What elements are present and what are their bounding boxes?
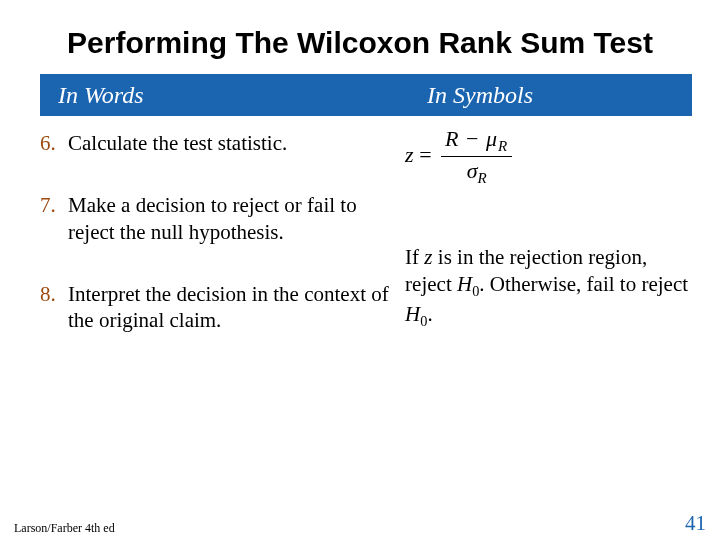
footer: Larson/Farber 4th ed 41 xyxy=(14,511,706,536)
steps-list: 6. Calculate the test statistic. 7. Make… xyxy=(40,130,391,333)
formula-mu-sub: R xyxy=(498,138,508,154)
step-number: 6. xyxy=(40,130,68,156)
formula-minus: − xyxy=(460,126,486,151)
decision-rule-text: If z is in the rejection region, reject … xyxy=(405,244,692,331)
formula-R: R xyxy=(445,126,459,151)
column-header-bar: In Words In Symbols xyxy=(40,74,692,116)
step-number: 7. xyxy=(40,192,68,245)
txt-H1: H xyxy=(457,272,472,296)
list-item: 7. Make a decision to reject or fail to … xyxy=(40,192,391,245)
slide: Performing The Wilcoxon Rank Sum Test In… xyxy=(0,0,720,540)
header-in-symbols: In Symbols xyxy=(423,82,692,109)
list-item: 8. Interpret the decision in the context… xyxy=(40,281,391,334)
formula-mu: μ xyxy=(486,126,498,151)
formula-denominator: σR xyxy=(441,157,512,187)
formula-equals: = xyxy=(414,142,437,167)
formula-z: z xyxy=(405,142,414,167)
formula-sigma-sub: R xyxy=(477,171,486,187)
txt-pre: If xyxy=(405,245,424,269)
z-formula: z = R − μR σR xyxy=(405,126,692,188)
formula-sigma: σ xyxy=(467,158,478,183)
txt-after2: . xyxy=(427,302,432,326)
symbols-column: z = R − μR σR If z is in the rejection r… xyxy=(405,130,692,369)
list-item: 6. Calculate the test statistic. xyxy=(40,130,391,156)
step-text: Interpret the decision in the context of… xyxy=(68,281,391,334)
step-number: 8. xyxy=(40,281,68,334)
footer-source: Larson/Farber 4th ed xyxy=(14,521,115,536)
page-number: 41 xyxy=(685,511,706,536)
formula-numerator: R − μR xyxy=(441,126,512,157)
step-text: Calculate the test statistic. xyxy=(68,130,391,156)
txt-after1: . Otherwise, fail to reject xyxy=(479,272,688,296)
txt-H2: H xyxy=(405,302,420,326)
formula-fraction: R − μR σR xyxy=(441,126,512,188)
header-in-words: In Words xyxy=(40,82,423,109)
txt-z: z xyxy=(424,245,432,269)
content-area: 6. Calculate the test statistic. 7. Make… xyxy=(0,116,720,369)
step-text: Make a decision to reject or fail to rej… xyxy=(68,192,391,245)
page-title: Performing The Wilcoxon Rank Sum Test xyxy=(0,0,720,74)
words-column: 6. Calculate the test statistic. 7. Make… xyxy=(40,130,405,369)
